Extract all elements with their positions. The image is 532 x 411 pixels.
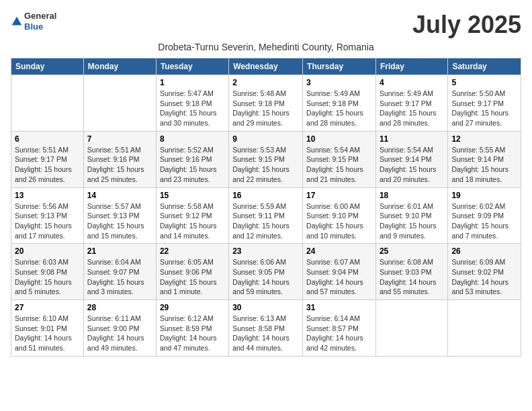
day-number: 13 [15,191,80,200]
day-number: 17 [306,191,372,200]
logo: General Blue [11,11,56,32]
day-cell: 10Sunrise: 5:54 AMSunset: 9:15 PMDayligh… [303,131,376,187]
day-number: 28 [87,303,152,312]
day-detail: Sunrise: 5:51 AMSunset: 9:16 PMDaylight:… [87,145,152,185]
day-cell: 30Sunrise: 6:13 AMSunset: 8:58 PMDayligh… [229,300,303,357]
day-cell: 7Sunrise: 5:51 AMSunset: 9:16 PMDaylight… [83,131,156,187]
day-detail: Sunrise: 6:05 AMSunset: 9:06 PMDaylight:… [160,257,225,297]
day-detail: Sunrise: 5:49 AMSunset: 9:17 PMDaylight:… [380,89,444,128]
day-cell: 17Sunrise: 6:00 AMSunset: 9:10 PMDayligh… [303,187,376,244]
day-detail: Sunrise: 5:58 AMSunset: 9:12 PMDaylight:… [160,201,225,241]
day-cell: 19Sunrise: 6:02 AMSunset: 9:09 PMDayligh… [448,187,521,244]
week-row-1: 1Sunrise: 5:47 AMSunset: 9:18 PMDaylight… [11,75,521,132]
weekday-header-saturday: Saturday [448,58,521,75]
day-detail: Sunrise: 5:57 AMSunset: 9:13 PMDaylight:… [87,201,152,241]
day-detail: Sunrise: 6:10 AMSunset: 9:01 PMDaylight:… [15,314,80,353]
day-detail: Sunrise: 5:56 AMSunset: 9:13 PMDaylight:… [15,201,80,241]
day-number: 18 [380,191,444,200]
day-number: 20 [15,246,80,256]
day-detail: Sunrise: 6:14 AMSunset: 8:57 PMDaylight:… [306,314,372,353]
day-detail: Sunrise: 5:59 AMSunset: 9:11 PMDaylight:… [232,201,299,241]
day-number: 3 [306,78,372,87]
day-number: 2 [232,78,299,87]
day-cell: 1Sunrise: 5:47 AMSunset: 9:18 PMDaylight… [156,75,228,132]
week-row-5: 27Sunrise: 6:10 AMSunset: 9:01 PMDayligh… [11,300,521,357]
day-number: 14 [87,191,152,200]
day-cell: 28Sunrise: 6:11 AMSunset: 9:00 PMDayligh… [83,300,156,357]
day-detail: Sunrise: 5:54 AMSunset: 9:14 PMDaylight:… [380,145,444,185]
day-number: 11 [380,134,444,144]
day-cell [83,75,156,132]
day-cell: 22Sunrise: 6:05 AMSunset: 9:06 PMDayligh… [156,244,228,300]
day-cell: 13Sunrise: 5:56 AMSunset: 9:13 PMDayligh… [11,187,84,244]
day-cell [448,300,521,357]
day-cell [375,300,447,357]
day-detail: Sunrise: 5:51 AMSunset: 9:17 PMDaylight:… [15,145,80,185]
day-detail: Sunrise: 5:47 AMSunset: 9:18 PMDaylight:… [160,89,225,128]
day-cell: 9Sunrise: 5:53 AMSunset: 9:15 PMDaylight… [229,131,303,187]
day-number: 19 [451,191,517,200]
day-number: 12 [451,134,517,144]
day-cell: 23Sunrise: 6:06 AMSunset: 9:05 PMDayligh… [229,244,303,300]
day-detail: Sunrise: 6:03 AMSunset: 9:08 PMDaylight:… [15,257,80,297]
day-cell: 24Sunrise: 6:07 AMSunset: 9:04 PMDayligh… [303,244,376,300]
day-cell: 11Sunrise: 5:54 AMSunset: 9:14 PMDayligh… [375,131,447,187]
day-number: 22 [160,246,225,256]
weekday-header-sunday: Sunday [11,58,84,75]
day-cell: 4Sunrise: 5:49 AMSunset: 9:17 PMDaylight… [375,75,447,132]
day-cell: 3Sunrise: 5:49 AMSunset: 9:18 PMDaylight… [303,75,376,132]
day-number: 6 [15,134,80,144]
weekday-header-friday: Friday [375,58,447,75]
day-cell: 31Sunrise: 6:14 AMSunset: 8:57 PMDayligh… [303,300,376,357]
day-cell: 14Sunrise: 5:57 AMSunset: 9:13 PMDayligh… [83,187,156,244]
day-cell [11,75,84,132]
day-cell: 16Sunrise: 5:59 AMSunset: 9:11 PMDayligh… [229,187,303,244]
day-number: 24 [306,246,372,256]
day-cell: 18Sunrise: 6:01 AMSunset: 9:10 PMDayligh… [375,187,447,244]
day-detail: Sunrise: 6:00 AMSunset: 9:10 PMDaylight:… [306,201,372,241]
weekday-header-tuesday: Tuesday [156,58,228,75]
day-number: 26 [451,246,517,256]
weekday-header-wednesday: Wednesday [229,58,303,75]
day-number: 30 [232,303,299,312]
day-detail: Sunrise: 5:53 AMSunset: 9:15 PMDaylight:… [232,145,299,185]
day-cell: 20Sunrise: 6:03 AMSunset: 9:08 PMDayligh… [11,244,84,300]
day-number: 31 [306,303,372,312]
day-detail: Sunrise: 6:13 AMSunset: 8:58 PMDaylight:… [232,314,299,353]
subtitle: Drobeta-Turnu Severin, Mehedinti County,… [11,42,521,52]
calendar: SundayMondayTuesdayWednesdayThursdayFrid… [11,58,521,357]
weekday-header-thursday: Thursday [303,58,376,75]
day-cell: 21Sunrise: 6:04 AMSunset: 9:07 PMDayligh… [83,244,156,300]
day-number: 23 [232,246,299,256]
day-detail: Sunrise: 6:01 AMSunset: 9:10 PMDaylight:… [380,201,444,241]
day-cell: 6Sunrise: 5:51 AMSunset: 9:17 PMDaylight… [11,131,84,187]
day-number: 16 [232,191,299,200]
day-number: 21 [87,246,152,256]
day-detail: Sunrise: 6:07 AMSunset: 9:04 PMDaylight:… [306,257,372,297]
day-detail: Sunrise: 6:04 AMSunset: 9:07 PMDaylight:… [87,257,152,297]
day-number: 9 [232,134,299,144]
day-detail: Sunrise: 6:02 AMSunset: 9:09 PMDaylight:… [451,201,517,241]
day-detail: Sunrise: 6:11 AMSunset: 9:00 PMDaylight:… [87,314,152,353]
day-number: 15 [160,191,225,200]
day-cell: 8Sunrise: 5:52 AMSunset: 9:16 PMDaylight… [156,131,228,187]
week-row-2: 6Sunrise: 5:51 AMSunset: 9:17 PMDaylight… [11,131,521,187]
day-cell: 25Sunrise: 6:08 AMSunset: 9:03 PMDayligh… [375,244,447,300]
logo-blue: Blue [24,21,56,32]
day-number: 5 [451,78,517,87]
day-cell: 27Sunrise: 6:10 AMSunset: 9:01 PMDayligh… [11,300,84,357]
week-row-3: 13Sunrise: 5:56 AMSunset: 9:13 PMDayligh… [11,187,521,244]
day-detail: Sunrise: 5:50 AMSunset: 9:17 PMDaylight:… [451,89,517,128]
logo-text: General Blue [24,11,56,32]
day-detail: Sunrise: 5:52 AMSunset: 9:16 PMDaylight:… [160,145,225,185]
day-detail: Sunrise: 5:55 AMSunset: 9:14 PMDaylight:… [451,145,517,185]
day-number: 29 [160,303,225,312]
day-cell: 15Sunrise: 5:58 AMSunset: 9:12 PMDayligh… [156,187,228,244]
day-number: 8 [160,134,225,144]
logo-icon [11,15,23,28]
day-number: 10 [306,134,372,144]
day-detail: Sunrise: 6:06 AMSunset: 9:05 PMDaylight:… [232,257,299,297]
weekday-header-row: SundayMondayTuesdayWednesdayThursdayFrid… [11,58,521,75]
day-detail: Sunrise: 6:08 AMSunset: 9:03 PMDaylight:… [380,257,444,297]
week-row-4: 20Sunrise: 6:03 AMSunset: 9:08 PMDayligh… [11,244,521,300]
